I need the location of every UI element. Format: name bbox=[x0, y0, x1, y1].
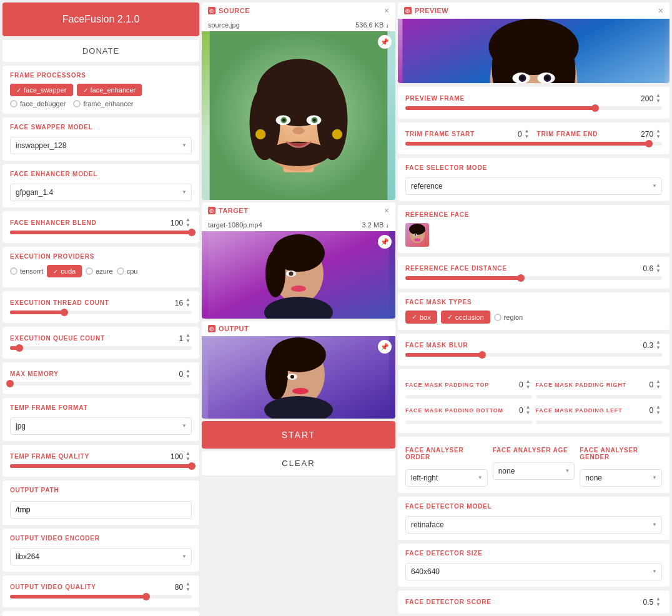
preview-label: ◎ PREVIEW bbox=[404, 7, 448, 14]
padding-left-slider[interactable] bbox=[536, 420, 663, 424]
face-detector-model-select[interactable]: retinaface bbox=[405, 516, 662, 534]
clear-button[interactable]: CLEAR bbox=[202, 451, 395, 475]
radio-azure[interactable]: azure bbox=[86, 265, 113, 277]
padding-top-slider[interactable] bbox=[405, 395, 532, 399]
trim-end-increment[interactable]: ▲ bbox=[655, 129, 662, 134]
exec-thread-slider[interactable] bbox=[10, 310, 192, 314]
source-close-button[interactable]: × bbox=[384, 6, 389, 15]
output-quality-section: OUTPUT VIDEO QUALITY 80 ▲ ▼ bbox=[2, 575, 199, 607]
mask-chip-occlusion[interactable]: ✓ occlusion bbox=[441, 310, 490, 324]
mask-radio-region[interactable]: region bbox=[494, 310, 523, 324]
max-memory-slider[interactable] bbox=[10, 382, 192, 385]
trim-start-increment[interactable]: ▲ bbox=[523, 129, 531, 134]
blur-decrement[interactable]: ▼ bbox=[655, 345, 662, 350]
pad-right-increment[interactable]: ▲ bbox=[655, 379, 662, 384]
trim-end-decrement[interactable]: ▼ bbox=[655, 134, 662, 139]
target-close-button[interactable]: × bbox=[384, 206, 389, 215]
mask-chip-box[interactable]: ✓ box bbox=[405, 310, 437, 324]
padding-bottom-slider[interactable] bbox=[405, 420, 532, 424]
face-enhancer-blend-slider[interactable] bbox=[10, 231, 192, 234]
temp-frame-format-select-wrapper: jpg bbox=[10, 416, 192, 435]
blend-increment[interactable]: ▲ bbox=[184, 217, 192, 222]
exec-queue-input: 1 ▲ ▼ bbox=[164, 333, 192, 344]
face-enhancer-model-select[interactable]: gfpgan_1.4 bbox=[10, 184, 192, 201]
analyser-gender-select[interactable]: none bbox=[580, 469, 662, 487]
queue-increment[interactable]: ▲ bbox=[184, 333, 192, 338]
output-quality-slider[interactable] bbox=[10, 595, 192, 599]
radio-cpu[interactable]: cpu bbox=[117, 265, 138, 277]
thread-increment[interactable]: ▲ bbox=[184, 297, 192, 302]
queue-decrement[interactable]: ▼ bbox=[184, 339, 192, 344]
chip-face-enhancer[interactable]: ✓ face_enhancer bbox=[77, 84, 142, 96]
temp-frame-format-select[interactable]: jpg bbox=[10, 417, 192, 435]
source-pin-button[interactable]: 📌 bbox=[378, 35, 392, 49]
preview-frame-increment[interactable]: ▲ bbox=[655, 93, 662, 98]
chip-face-swapper[interactable]: ✓ face_swapper bbox=[10, 84, 73, 96]
temp-frame-quality-slider[interactable] bbox=[10, 464, 192, 468]
pad-bottom-decrement[interactable]: ▼ bbox=[525, 410, 532, 415]
preview-frame-slider[interactable] bbox=[405, 106, 662, 110]
det-score-increment[interactable]: ▲ bbox=[655, 597, 662, 602]
face-selector-label: FACE SELECTOR MODE bbox=[405, 164, 662, 171]
source-card: ◎ SOURCE × source.jpg 536.6 KB ↓ bbox=[202, 2, 395, 200]
pad-right-decrement[interactable]: ▼ bbox=[655, 385, 662, 390]
output-image[interactable]: 📌 bbox=[202, 336, 395, 419]
radio-face-debugger[interactable]: face_debugger bbox=[10, 100, 66, 107]
check-icon: ✓ bbox=[16, 87, 21, 94]
pad-bottom-increment[interactable]: ▲ bbox=[525, 405, 532, 410]
chip-cuda[interactable]: ✓ cuda bbox=[47, 265, 82, 277]
pad-left-decrement[interactable]: ▼ bbox=[655, 410, 662, 415]
face-selector-select[interactable]: reference bbox=[405, 177, 662, 195]
trim-start-decrement[interactable]: ▼ bbox=[523, 134, 531, 139]
ref-dist-decrement[interactable]: ▼ bbox=[655, 269, 662, 274]
preview-frame-decrement[interactable]: ▼ bbox=[655, 99, 662, 104]
thread-decrement[interactable]: ▼ bbox=[184, 303, 192, 308]
quality-increment[interactable]: ▲ bbox=[184, 451, 192, 456]
ref-dist-increment[interactable]: ▲ bbox=[655, 263, 662, 268]
memory-increment[interactable]: ▲ bbox=[184, 369, 192, 374]
pad-top-increment[interactable]: ▲ bbox=[525, 379, 532, 384]
face-detector-size-select[interactable]: 640x640 bbox=[405, 563, 662, 580]
memory-decrement[interactable]: ▼ bbox=[184, 374, 192, 379]
blur-increment[interactable]: ▲ bbox=[655, 340, 662, 345]
left-panel: FaceFusion 2.1.0 DONATE FRAME PROCESSORS… bbox=[2, 2, 199, 614]
ref-face-dist-slider[interactable] bbox=[405, 276, 662, 280]
pad-left-increment[interactable]: ▲ bbox=[655, 405, 662, 410]
preview-frame-thumb bbox=[591, 104, 599, 112]
quality-decrement[interactable]: ▼ bbox=[184, 457, 192, 462]
radio-frame-enhancer[interactable]: frame_enhancer bbox=[73, 100, 133, 107]
output-encoder-select-wrapper: libx264 bbox=[10, 547, 192, 565]
output-pin-button[interactable]: 📌 bbox=[378, 340, 392, 354]
start-button[interactable]: START bbox=[202, 421, 395, 449]
padding-right-row: FACE MASK PADDING RIGHT 0 ▲ ▼ bbox=[536, 379, 663, 390]
analyser-order-select[interactable]: left-right bbox=[405, 469, 488, 487]
face-mask-blur-slider[interactable] bbox=[405, 353, 662, 357]
output-path-input[interactable] bbox=[10, 501, 192, 519]
face-enhancer-blend-row: FACE ENHANCER BLEND 100 ▲ ▼ bbox=[10, 217, 192, 228]
face-enhancer-model-label: FACE ENHANCER MODEL bbox=[10, 171, 192, 177]
face-detector-score-input: 0.5 ▲ ▼ bbox=[635, 597, 662, 607]
source-image[interactable]: 📌 bbox=[202, 31, 395, 200]
target-pin-button[interactable]: 📌 bbox=[378, 235, 392, 249]
trim-slider[interactable] bbox=[405, 142, 662, 146]
radio-circle bbox=[73, 100, 81, 107]
det-score-decrement[interactable]: ▼ bbox=[655, 602, 662, 607]
donate-button[interactable]: DONATE bbox=[2, 40, 199, 62]
padding-right-slider[interactable] bbox=[536, 395, 663, 399]
preview-close-button[interactable]: × bbox=[658, 6, 663, 15]
output-encoder-select[interactable]: libx264 bbox=[10, 548, 192, 565]
analyser-age-select[interactable]: none bbox=[493, 462, 575, 480]
exec-thread-label: EXECUTION THREAD COUNT bbox=[10, 299, 109, 306]
reference-face-thumbnail[interactable] bbox=[405, 223, 429, 247]
face-swapper-model-select[interactable]: inswapper_128 bbox=[10, 137, 192, 154]
target-image[interactable]: 📌 bbox=[202, 231, 395, 319]
blend-decrement[interactable]: ▼ bbox=[184, 223, 192, 228]
video-quality-decrement[interactable]: ▼ bbox=[184, 587, 192, 592]
face-mask-chips: ✓ box ✓ occlusion region bbox=[405, 310, 662, 324]
preview-frame-card: PREVIEW FRAME 200 ▲ ▼ bbox=[398, 87, 670, 119]
exec-queue-slider[interactable] bbox=[10, 346, 192, 350]
radio-tensorrt[interactable]: tensorrt bbox=[10, 265, 43, 277]
pad-top-decrement[interactable]: ▼ bbox=[525, 385, 532, 390]
video-quality-increment[interactable]: ▲ bbox=[184, 582, 192, 587]
preview-image[interactable] bbox=[398, 19, 670, 83]
